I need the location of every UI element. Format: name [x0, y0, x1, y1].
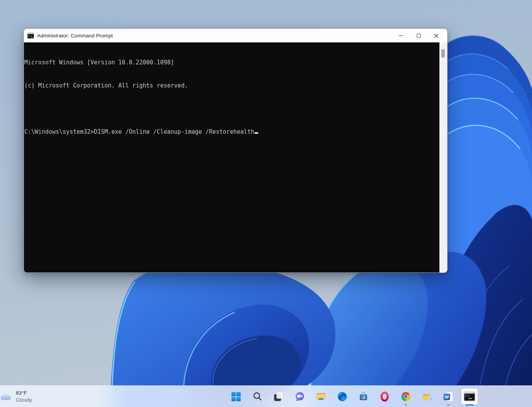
edge-icon [337, 391, 348, 402]
weather-widget[interactable]: 83°F Cloudy [0, 386, 36, 407]
microsoft-store-button[interactable] [355, 387, 372, 406]
svg-text:W: W [445, 395, 449, 399]
running-indicator [447, 404, 449, 405]
cmd-icon: C:\ [27, 32, 34, 39]
search-icon [253, 392, 262, 401]
window-controls [392, 29, 445, 42]
close-icon [434, 34, 439, 38]
chrome-button[interactable] [397, 387, 414, 406]
minimize-button[interactable] [392, 29, 410, 42]
cmd-icon: C:\ [464, 391, 475, 402]
terminal-scrollbar[interactable] [439, 42, 447, 272]
folder-icon [316, 391, 326, 402]
chat-button[interactable] [291, 387, 308, 406]
weather-text: 83°F Cloudy [16, 390, 32, 404]
maximize-icon [417, 34, 421, 38]
terminal-command-line: C:\Windows\system32>DISM.exe /Online /Cl… [24, 128, 439, 136]
minimize-icon [399, 34, 403, 38]
close-button[interactable] [427, 29, 445, 42]
terminal-line [24, 105, 439, 113]
task-view-button[interactable] [270, 387, 287, 406]
file-explorer-button[interactable] [312, 387, 329, 406]
terminal-prompt-text: C:\Windows\system32>DISM.exe /Online /Cl… [24, 128, 254, 136]
command-prompt-taskbar-button[interactable]: C:\ [461, 387, 478, 406]
terminal-line: (c) Microsoft Corporation. All rights re… [24, 82, 439, 89]
terminal-line: Microsoft Windows [Version 10.0.22000.10… [24, 59, 439, 66]
word-icon: W [443, 391, 454, 402]
weather-temperature: 83°F [16, 390, 32, 397]
scrollbar-thumb[interactable] [441, 49, 445, 57]
window-titlebar[interactable]: C:\ Administrator: Command Prompt [24, 29, 447, 42]
svg-text:C:\: C:\ [28, 35, 32, 37]
chrome-icon [400, 391, 411, 402]
taskbar: 83°F Cloudy [0, 385, 532, 407]
window-title: Administrator: Command Prompt [37, 33, 113, 39]
desktop[interactable]: C:\ Administrator: Command Prompt [0, 0, 532, 407]
opera-icon [379, 391, 390, 402]
active-app-card: C:\ [461, 388, 478, 405]
store-bag-icon [358, 391, 369, 402]
terminal-cursor [255, 132, 258, 134]
folder-cloud-icon [422, 391, 432, 402]
weather-condition: Cloudy [16, 397, 32, 404]
word-button[interactable]: W [440, 387, 457, 406]
search-button[interactable] [249, 387, 266, 406]
onedrive-folder-button[interactable] [419, 387, 436, 406]
cloudy-weather-icon [0, 392, 13, 402]
chat-icon [294, 391, 305, 402]
maximize-button[interactable] [410, 29, 427, 42]
taskbar-icons: W C:\ [228, 386, 478, 407]
svg-text:C:\: C:\ [465, 394, 469, 397]
task-view-icon [274, 392, 284, 402]
command-prompt-window[interactable]: C:\ Administrator: Command Prompt [24, 29, 448, 273]
running-indicator [405, 404, 407, 405]
start-button[interactable] [228, 387, 245, 406]
opera-button[interactable] [376, 387, 393, 406]
active-indicator [465, 404, 474, 405]
terminal-output[interactable]: Microsoft Windows [Version 10.0.22000.10… [24, 42, 439, 272]
windows-start-icon [231, 392, 241, 402]
edge-button[interactable] [334, 387, 351, 406]
